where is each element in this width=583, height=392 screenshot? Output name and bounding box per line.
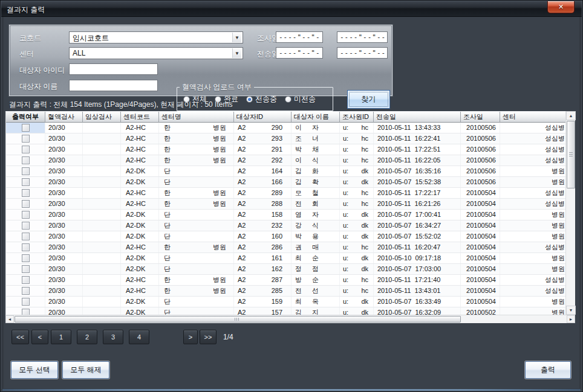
table-row[interactable]: 20/30A2-HC한병원A2288전회u:hc2010-05-11 16:21…: [6, 199, 565, 210]
table-row[interactable]: 20/30A2-HC한병원A2291박채u:hc2010-05-11 17:22…: [6, 144, 565, 155]
subject-name-label: 대상자 이름: [19, 82, 57, 92]
radio-option[interactable]: 미전송: [285, 94, 316, 104]
horizontal-scroll-thumb[interactable]: [15, 316, 461, 323]
last-page-button[interactable]: >>: [200, 330, 217, 344]
window-bottom-accent: [2, 389, 581, 391]
first-page-button[interactable]: <<: [11, 330, 29, 344]
scroll-up-icon[interactable]: ▲: [566, 111, 576, 120]
row-checkbox[interactable]: [22, 156, 30, 164]
center-select[interactable]: ALL ▼: [69, 47, 243, 59]
table-row[interactable]: 20/30A2-HC한병원A2285전선u:hc2010-05-11 13:43…: [6, 286, 565, 297]
radio-option[interactable]: 전송중: [246, 94, 277, 104]
table-row[interactable]: 20/30A2-HC한병원A2287방순u:hc2010-05-11 17:21…: [6, 275, 565, 286]
table-row[interactable]: 20/30A2-DK단A2159최옥u:dk2010-05-07 16:33:4…: [6, 297, 565, 307]
row-checkbox[interactable]: [22, 135, 30, 143]
column-header[interactable]: 대상자ID: [234, 112, 292, 123]
search-panel: 코호트 임시코호트 ▼ 센터 ALL ▼ 조사일 전송일 대상자 아이디 대상자…: [9, 25, 392, 96]
close-button[interactable]: ✕: [547, 1, 575, 13]
row-checkbox[interactable]: [22, 298, 30, 306]
titlebar: 결과지 출력 ✕: [1, 1, 582, 17]
find-button[interactable]: 찾기: [347, 90, 390, 109]
subject-id-input[interactable]: [69, 63, 158, 75]
table-row[interactable]: 20/30A2-HC한병원A2289모철u:hc2010-05-11 17:22…: [6, 188, 565, 199]
vertical-scroll-thumb[interactable]: [567, 121, 575, 188]
window-title: 결과지 출력: [7, 5, 45, 15]
row-checkbox[interactable]: [22, 178, 30, 186]
row-checkbox[interactable]: [22, 243, 30, 251]
table-row[interactable]: 20/30A2-HC한병원A2292이식u:hc2010-05-11 16:22…: [6, 155, 565, 166]
row-checkbox[interactable]: [22, 265, 30, 273]
subject-name-input[interactable]: [69, 80, 158, 91]
prev-page-button[interactable]: <: [31, 330, 48, 344]
row-checkbox[interactable]: [22, 124, 30, 132]
table-row[interactable]: 20/30A2-DK단A2162정점u:dk2010-05-07 17:03:0…: [6, 264, 565, 275]
row-checkbox[interactable]: [22, 200, 30, 208]
horizontal-scrollbar[interactable]: ◄ ►: [5, 315, 575, 323]
scroll-left-icon[interactable]: ◄: [5, 315, 14, 323]
survey-date-to-input[interactable]: [337, 31, 388, 43]
scroll-right-icon[interactable]: ►: [567, 315, 575, 323]
scroll-down-icon[interactable]: ▼: [566, 306, 576, 315]
page-button[interactable]: 1: [51, 330, 71, 344]
table-header: 출력여부혈액검사임상검사센터코드센터명대상자ID대상자 이름조사원ID전송일조사…: [6, 112, 565, 123]
table-row[interactable]: 20/30A2-DK단A2164김화u:dk2010-05-07 16:35:1…: [6, 166, 565, 177]
radio-circle-icon[interactable]: [246, 96, 253, 103]
chevron-down-icon[interactable]: ▼: [232, 33, 241, 42]
column-header[interactable]: 혈액검사: [45, 112, 83, 123]
cohort-label: 코호트: [19, 33, 41, 43]
column-header[interactable]: 조사일: [461, 112, 500, 123]
results-table: 출력여부혈액검사임상검사센터코드센터명대상자ID대상자 이름조사원ID전송일조사…: [5, 111, 565, 315]
center-value: ALL: [73, 49, 85, 57]
survey-date-from-input[interactable]: [276, 31, 323, 43]
page-buttons: 1234: [51, 330, 149, 344]
page-button[interactable]: 2: [77, 330, 97, 344]
table-row[interactable]: 20/30A2-DK단A2157김지u:dk2010-05-07 16:32:0…: [6, 307, 565, 315]
row-checkbox[interactable]: [22, 211, 30, 219]
deselect-all-button[interactable]: 모두 해제: [62, 361, 109, 379]
column-header[interactable]: 센터: [500, 112, 565, 123]
column-header[interactable]: 조사원ID: [340, 112, 374, 123]
table-row[interactable]: 20/30A2-HC한병원A2293조녀u:hc2010-05-11 16:22…: [6, 133, 565, 144]
table-row[interactable]: 20/30A2-DK단A2166김확u:dk2010-05-07 15:52:3…: [6, 177, 565, 188]
row-checkbox[interactable]: [22, 309, 30, 315]
column-header[interactable]: 출력여부: [6, 112, 45, 123]
center-label: 센터: [19, 49, 34, 59]
table-row[interactable]: 20/30A2-DK단A2160박용u:dk2010-05-07 15:52:0…: [6, 231, 565, 242]
column-header[interactable]: 전송일: [374, 112, 461, 123]
select-all-button[interactable]: 모두 선택: [11, 361, 58, 379]
page-indicator: 1/4: [223, 333, 233, 341]
table-row[interactable]: 20/30A2-DK단A2161최순u:dk2010-05-10 09:17:1…: [6, 253, 565, 264]
row-checkbox[interactable]: [22, 167, 30, 175]
table-body: 20/30A2-HC한병원A2290이자u:hc2010-05-11 13:43…: [6, 123, 565, 315]
table-row[interactable]: 20/30A2-HC한병원A2290이자u:hc2010-05-11 13:43…: [6, 123, 565, 133]
page-button[interactable]: 4: [129, 330, 149, 344]
row-checkbox[interactable]: [22, 189, 30, 197]
close-icon: ✕: [558, 3, 564, 10]
next-page-button[interactable]: >: [183, 330, 198, 344]
row-checkbox[interactable]: [22, 254, 30, 262]
column-header[interactable]: 센터코드: [121, 112, 159, 123]
column-header[interactable]: 대상자 이름: [292, 112, 340, 123]
table-row[interactable]: 20/30A2-HC한병원A2286권매u:hc2010-05-11 16:20…: [6, 242, 565, 253]
print-button[interactable]: 출력: [525, 361, 571, 379]
send-date-from-input[interactable]: [276, 47, 323, 59]
radio-label: 미전송: [294, 94, 316, 104]
row-checkbox[interactable]: [22, 233, 30, 240]
table-row[interactable]: 20/30A2-DK단A2232강식u:dk2010-05-07 16:34:2…: [6, 220, 565, 231]
row-checkbox[interactable]: [22, 222, 30, 230]
column-header[interactable]: 임상검사: [83, 112, 121, 123]
row-checkbox[interactable]: [22, 287, 30, 295]
send-date-to-input[interactable]: [337, 47, 388, 59]
status-line: 결과지 출력 : 전체 154 Items (1Page/4Pages), 현재…: [9, 100, 232, 110]
row-checkbox[interactable]: [22, 276, 30, 284]
radio-circle-icon[interactable]: [285, 96, 292, 103]
dialog-window: 결과지 출력 ✕ 코호트 임시코호트 ▼ 센터 ALL ▼ 조사일 전송일 대상…: [0, 0, 583, 392]
page-button[interactable]: 3: [103, 330, 123, 344]
chevron-down-icon[interactable]: ▼: [232, 48, 241, 58]
cohort-select[interactable]: 임시코호트 ▼: [69, 31, 243, 43]
column-header[interactable]: 센터명: [159, 112, 234, 123]
table-row[interactable]: 20/30A2-DK단A2158염자u:dk2010-05-07 17:00:4…: [6, 210, 565, 220]
row-checkbox[interactable]: [22, 146, 30, 153]
radio-label: 전송중: [255, 94, 277, 104]
vertical-scrollbar[interactable]: ▲ ▼: [565, 111, 575, 315]
